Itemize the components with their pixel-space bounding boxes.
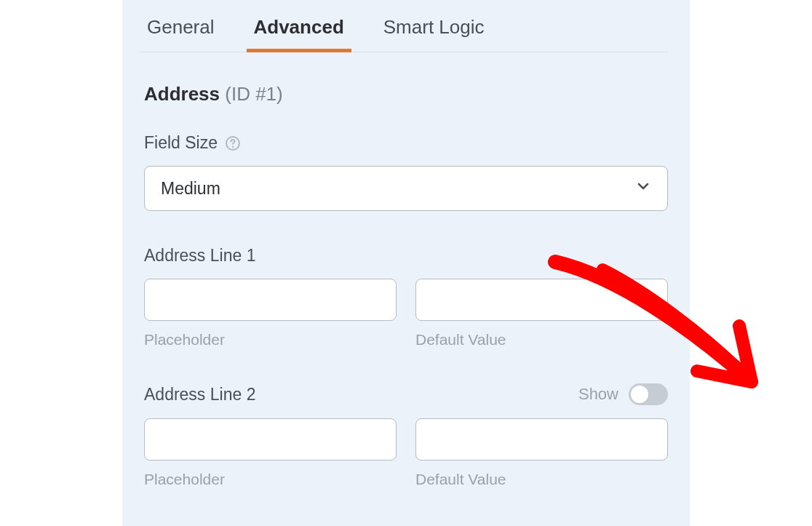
address-line-2-placeholder-input[interactable]: [144, 418, 397, 461]
address-line-1-placeholder-input[interactable]: [144, 279, 397, 321]
address-line-1-row: Placeholder Default Value: [144, 279, 668, 348]
field-id: (ID #1): [225, 83, 282, 105]
svg-point-1: [232, 146, 234, 147]
section-title: Address (ID #1): [144, 83, 668, 105]
chevron-down-icon: [635, 178, 651, 199]
tab-general[interactable]: General: [140, 0, 222, 52]
address-line-2-title: Address Line 2: [144, 385, 255, 405]
field-size-label: Field Size: [144, 133, 668, 153]
field-size-select[interactable]: Medium: [144, 166, 668, 211]
address-line-2-default-label: Default Value: [415, 471, 668, 488]
show-toggle[interactable]: [629, 383, 668, 405]
address-line-1-title: Address Line 1: [144, 246, 255, 266]
address-line-2-default-input[interactable]: [415, 418, 668, 461]
address-line-2-header: Address Line 2 Show: [144, 383, 668, 405]
address-line-1-default-label: Default Value: [415, 331, 668, 348]
address-line-2-row: Placeholder Default Value: [144, 418, 668, 488]
address-line-2-placeholder-label: Placeholder: [144, 471, 397, 488]
field-size-group: Field Size Medium: [144, 133, 668, 211]
tab-advanced[interactable]: Advanced: [247, 0, 351, 52]
field-name: Address: [144, 83, 220, 105]
address-line-1-placeholder-label: Placeholder: [144, 331, 397, 348]
tab-smart-logic[interactable]: Smart Logic: [376, 0, 492, 52]
toggle-knob: [631, 386, 648, 403]
address-line-1-default-input[interactable]: [415, 279, 668, 321]
tab-bar: General Advanced Smart Logic: [140, 0, 668, 52]
address-line-1-header: Address Line 1: [144, 246, 668, 266]
field-size-value: Medium: [161, 179, 220, 199]
settings-panel: General Advanced Smart Logic Address (ID…: [122, 0, 690, 526]
address-line-2-toggle-group: Show: [578, 383, 668, 405]
help-icon[interactable]: [225, 135, 241, 151]
show-toggle-label: Show: [578, 385, 618, 404]
field-size-label-text: Field Size: [144, 133, 218, 153]
